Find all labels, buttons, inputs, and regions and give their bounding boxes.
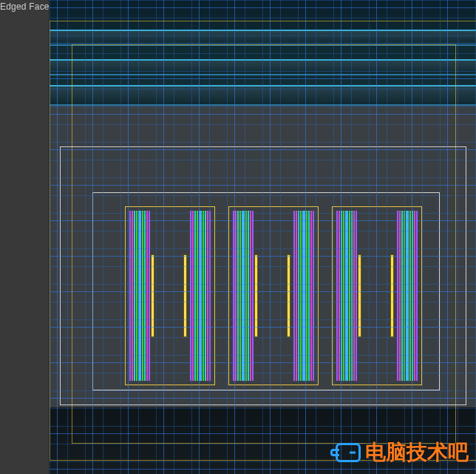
door-group	[336, 211, 418, 381]
door-handle	[152, 255, 154, 336]
door-leaf	[190, 211, 200, 381]
door-group	[129, 211, 211, 381]
door-handle	[255, 255, 257, 336]
door-leaf	[397, 211, 407, 381]
door-leaf	[233, 211, 243, 381]
door-leaf	[293, 211, 304, 381]
app-root: { "viewport": { "label_suffix": "Edged F…	[0, 0, 476, 474]
door-leaf	[129, 211, 140, 381]
watermark: 电脑技术吧	[336, 439, 469, 467]
door-handle	[358, 255, 361, 336]
door-handle	[391, 255, 393, 336]
door-handle	[288, 255, 290, 336]
door-leaf	[200, 211, 211, 381]
scene-root	[50, 0, 476, 474]
door-leaf	[336, 211, 347, 381]
watermark-logo-icon	[336, 443, 361, 462]
door-leaf	[243, 211, 254, 381]
door-leaf	[407, 211, 418, 381]
door-leaf	[140, 211, 150, 381]
viewport-3d[interactable]	[49, 0, 476, 474]
door-leaf	[347, 211, 357, 381]
door-group	[233, 211, 314, 381]
door-handle	[184, 255, 186, 336]
door-leaf	[304, 211, 314, 381]
watermark-text: 电脑技术吧	[365, 439, 469, 467]
